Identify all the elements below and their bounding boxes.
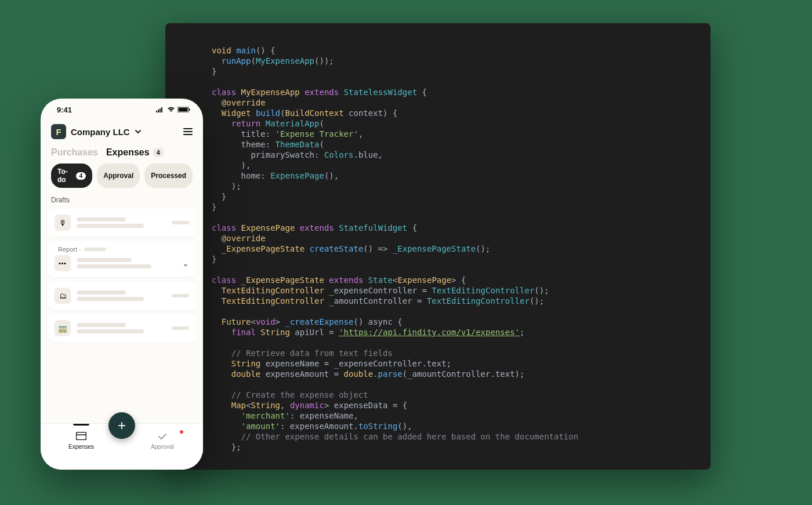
bottom-nav: Expenses + Approval: [41, 423, 203, 470]
report-tag: Report ·: [55, 246, 189, 255]
svg-rect-3: [161, 107, 162, 112]
pill-approval[interactable]: Approval: [97, 164, 140, 188]
svg-rect-0: [156, 111, 157, 112]
app-logo-icon: F: [51, 124, 66, 139]
nav-expenses-label: Expenses: [68, 444, 94, 450]
status-icons: [156, 106, 190, 114]
tab-expenses-label: Expenses: [106, 147, 150, 158]
expense-list: 🎙 Report · ••• ⌄ 🗂: [41, 209, 203, 423]
section-drafts-label: Drafts: [41, 195, 203, 209]
phone-mockup: 9:41 F Company LLC Purchases E: [41, 99, 203, 470]
pill-todo[interactable]: To-do 4: [51, 164, 92, 188]
microphone-icon: 🎙: [55, 215, 71, 231]
code-editor: void main() { runApp(MyExpenseApp()); } …: [165, 23, 710, 470]
expenses-count-badge: 4: [153, 148, 164, 157]
receipt-icon: 🗂: [55, 288, 71, 304]
chevron-down-icon: [135, 127, 142, 137]
svg-rect-7: [77, 433, 86, 440]
nav-approval[interactable]: Approval: [122, 424, 203, 450]
filter-pills: To-do 4 Approval Processed: [41, 164, 203, 195]
top-tabs: Purchases Expenses 4: [41, 146, 203, 164]
list-item[interactable]: 🚃: [48, 314, 196, 342]
status-time: 9:41: [57, 106, 72, 114]
list-item[interactable]: 🗂: [48, 282, 196, 310]
notification-dot: [180, 430, 183, 434]
pill-todo-count: 4: [76, 172, 86, 180]
tab-expenses[interactable]: Expenses 4: [106, 147, 164, 158]
list-item[interactable]: 🎙: [48, 209, 196, 237]
wifi-icon: [167, 106, 175, 114]
transport-icon: 🚃: [55, 320, 71, 336]
company-selector[interactable]: F Company LLC: [51, 124, 142, 139]
company-name: Company LLC: [71, 127, 130, 137]
pill-todo-label: To-do: [57, 168, 72, 184]
svg-rect-6: [189, 108, 190, 111]
app-header: F Company LLC: [41, 121, 203, 146]
svg-rect-5: [179, 107, 188, 111]
svg-rect-2: [160, 108, 161, 112]
battery-icon: [177, 106, 190, 114]
chevron-down-icon: ⌄: [182, 259, 189, 268]
report-label: Report ·: [58, 246, 81, 253]
more-icon: •••: [55, 255, 71, 271]
nav-approval-label: Approval: [151, 444, 173, 450]
svg-rect-1: [158, 110, 159, 112]
status-bar: 9:41: [41, 99, 203, 121]
card-icon: [76, 432, 86, 442]
report-group[interactable]: Report · ••• ⌄: [48, 241, 196, 277]
pill-processed[interactable]: Processed: [144, 164, 193, 188]
tab-purchases[interactable]: Purchases: [51, 147, 98, 158]
check-icon: [158, 432, 167, 442]
menu-button[interactable]: [183, 128, 193, 135]
signal-icon: [156, 106, 165, 114]
